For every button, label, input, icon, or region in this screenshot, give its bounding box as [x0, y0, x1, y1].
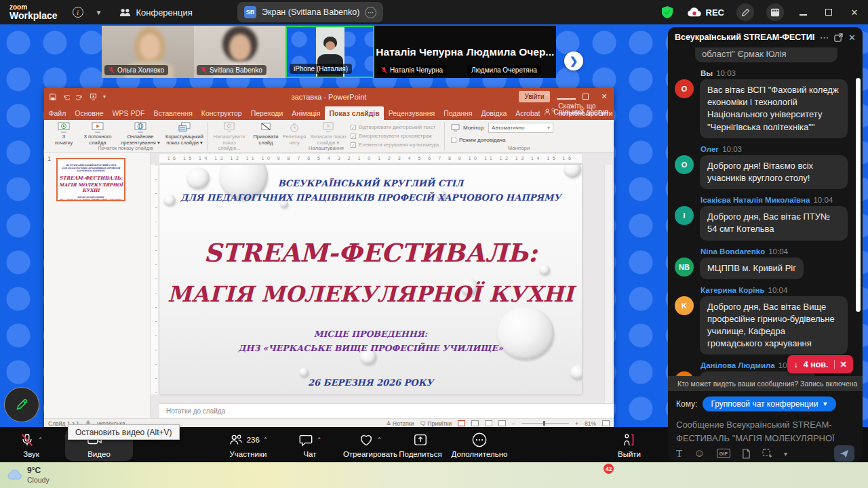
tab-design[interactable]: Конструктор — [197, 106, 246, 120]
video-tile-natalia[interactable]: Наталія Чепурна Наталія Чепурна — [374, 26, 465, 78]
ppt-close-button[interactable]: ✕ — [595, 92, 614, 101]
monitor-dropdown[interactable]: Автоматично▾ — [488, 123, 553, 133]
reading-view-icon[interactable] — [485, 420, 492, 426]
ppt-minimize-button[interactable] — [557, 93, 576, 101]
screen: zoom Workplace i ▼ Конференция SB Экран … — [0, 0, 868, 488]
message-bubble[interactable]: МЦППВ м. Кривий Ріг — [700, 258, 804, 279]
check-use-timings[interactable]: ✓Використовувати хронометраж — [351, 131, 439, 140]
next-participants-arrow[interactable]: ❯ — [564, 52, 583, 70]
to-recipient-dropdown[interactable]: Групповой чат конференции▼ — [703, 396, 836, 411]
video-tile-iphone-active-speaker[interactable]: iPhone (Наталия) — [285, 26, 374, 78]
chat-more-icon[interactable]: ⋯ — [820, 33, 829, 43]
annotate-button[interactable] — [736, 3, 754, 21]
annotation-pencil-button[interactable] — [4, 387, 39, 422]
chat-scrollbar[interactable] — [856, 78, 861, 312]
emoji-icon[interactable]: ☺ — [694, 447, 705, 460]
slide-canvas[interactable]: ВСЕУКРАЇНСЬКИЙ КРУГЛИЙ СТІЛ ДЛЯ ПЕДАГОГІ… — [159, 165, 582, 394]
tab-insert[interactable]: Вставлення — [149, 106, 197, 120]
notes-toggle[interactable]: ≜ Нотатки — [387, 420, 414, 427]
present-online-button[interactable]: Онлайновепрезентування ▾ — [120, 121, 161, 146]
message-bubble[interactable]: Доброго дня! Вітаємо всіх учасників круг… — [700, 155, 848, 189]
tab-file[interactable]: Файл — [44, 106, 71, 120]
check-play-narrations[interactable]: ✓Відтворювати дикторський текст — [351, 123, 439, 131]
record-slideshow-button[interactable]: Записати показслайдів ▾ — [309, 121, 348, 146]
video-tile-svitlana[interactable]: Svitlana Babenko — [194, 26, 285, 78]
tab-wps-pdf[interactable]: WPS PDF — [108, 106, 149, 120]
participants-button[interactable]: 236 ⌃ Участники — [210, 430, 286, 461]
fit-to-window-icon[interactable] — [602, 420, 610, 426]
chat-close-icon[interactable]: ✕ — [848, 33, 856, 43]
ppt-restore-button[interactable] — [576, 93, 595, 101]
popout-icon[interactable] — [834, 33, 843, 42]
gif-icon[interactable]: GIF — [717, 449, 731, 458]
meeting-info-button[interactable]: i — [73, 7, 83, 18]
react-options-chevron[interactable]: ⌃ — [377, 436, 382, 443]
audio-options-chevron[interactable]: ⌃ — [38, 436, 43, 443]
participant-name: Наталія Чепурна — [390, 66, 443, 74]
slide-scrollbar[interactable] — [604, 165, 612, 403]
tab-acrobat[interactable]: Acrobat — [511, 106, 545, 120]
bubble-decor — [564, 165, 581, 178]
screenshot-icon[interactable] — [762, 449, 772, 458]
message-bubble[interactable]: Доброго дня, Вас вітає ПТУ№ 54 смт Котел… — [700, 206, 848, 240]
taskbar-weather-widget[interactable]: 9°C Cloudy — [7, 466, 50, 484]
avatar: K — [675, 296, 694, 315]
zoom-out-button[interactable]: − — [512, 420, 515, 427]
comments-toggle[interactable]: 🗨 Примітки — [420, 420, 452, 427]
chat-compose-input[interactable]: Сообщение Всеукраїнський STREAM-ФЕСТИВАЛ… — [676, 418, 854, 445]
leave-button[interactable]: Выйти — [602, 430, 656, 461]
maximize-button[interactable] — [822, 7, 835, 18]
slide-notes-area[interactable]: Нотатки до слайда — [159, 403, 614, 418]
screen-share-tab[interactable]: SB Экран (Svitlana Babenko) ⋯ — [237, 2, 383, 22]
dismiss-badge-icon[interactable]: ✕ — [840, 359, 847, 369]
message-bubble[interactable]: Доброго дня, Вас вітає Вище професійне г… — [700, 296, 848, 355]
attach-file-icon[interactable] — [742, 449, 751, 459]
send-button[interactable] — [834, 445, 854, 462]
chat-options-chevron[interactable]: ⌃ — [317, 436, 322, 443]
format-text-icon[interactable]: T — [676, 448, 682, 460]
from-beginning-button[interactable]: Зпочатку — [45, 121, 82, 146]
tab-slideshow-active[interactable]: Показ слайдів — [325, 106, 384, 120]
custom-slideshow-button[interactable]: Користувацькийпоказ слайдів ▾ — [163, 121, 205, 146]
more-button[interactable]: Дополнительно — [444, 430, 515, 461]
tab-transitions[interactable]: Переходи — [246, 106, 288, 120]
ppt-ribbon: Зпочатку З поточногослайда Онлайновепрез… — [44, 120, 614, 152]
tab-animations[interactable]: Анімація — [288, 106, 325, 120]
tab-view[interactable]: Подання — [439, 106, 477, 120]
compose-more-chevron[interactable]: ▾ — [784, 450, 787, 458]
powerpoint-window: ▾ заставка - PowerPoint Увійти ⌃ ✕ Файл … — [44, 88, 614, 428]
zoom-slider[interactable] — [521, 423, 569, 424]
rehearse-timings-button[interactable]: Репетиціячасу — [279, 121, 310, 146]
chat-button[interactable]: ⌃ Чат — [288, 430, 332, 461]
apps-grid-button[interactable] — [766, 3, 784, 21]
conference-tab[interactable]: Конференция — [119, 7, 192, 18]
chevron-down-icon[interactable]: ▼ — [96, 9, 102, 16]
ppt-ribbon-options-icon[interactable]: ⌃ — [538, 92, 557, 101]
audio-button[interactable]: ⌃ Звук — [5, 430, 57, 461]
slide-sorter-view-icon[interactable] — [471, 420, 479, 426]
more-ellipsis-icon — [471, 432, 488, 448]
close-button[interactable]: ✕ — [848, 7, 861, 18]
new-messages-badge[interactable]: ↓ 4 нов. ✕ — [787, 355, 853, 373]
check-presenter-view[interactable]: Режим доповідача — [451, 137, 553, 143]
from-current-slide-button[interactable]: З поточногослайда — [79, 121, 116, 146]
message-bubble[interactable]: Вас вітає ВСП "Фаховий коледж економіки … — [700, 79, 848, 138]
security-shield-icon[interactable] — [660, 5, 674, 19]
zoom-in-button[interactable]: + — [575, 420, 578, 427]
tab-home[interactable]: Основне — [71, 106, 108, 120]
tab-help[interactable]: Довідка — [477, 106, 511, 120]
message-time: 10:03 — [722, 145, 742, 153]
normal-view-icon[interactable] — [458, 420, 465, 426]
tab-review[interactable]: Рецензування — [384, 106, 439, 120]
zoom-percent[interactable]: 81% — [585, 420, 596, 427]
slide-thumbnail-1[interactable]: ВСЕУКРАЇНСЬКИЙ КРУГЛИЙ СТІЛ ДЛЯ ПЕДАГОГІ… — [56, 158, 125, 201]
participants-options-chevron[interactable]: ⌃ — [263, 436, 269, 443]
video-tile-olga[interactable]: Ольга Холявко — [102, 26, 194, 78]
cloud-icon — [7, 469, 23, 481]
tab-more-icon[interactable]: ⋯ — [365, 7, 376, 18]
share-screen-button[interactable]: Поделиться — [392, 430, 449, 461]
video-tile-liudmyla[interactable]: Людмила Очер... Людмила Очеретяна — [465, 26, 556, 78]
minimize-button[interactable] — [796, 7, 810, 18]
ppt-share-button[interactable]: Спільний доступ — [544, 108, 608, 116]
slideshow-view-icon[interactable] — [498, 420, 506, 426]
